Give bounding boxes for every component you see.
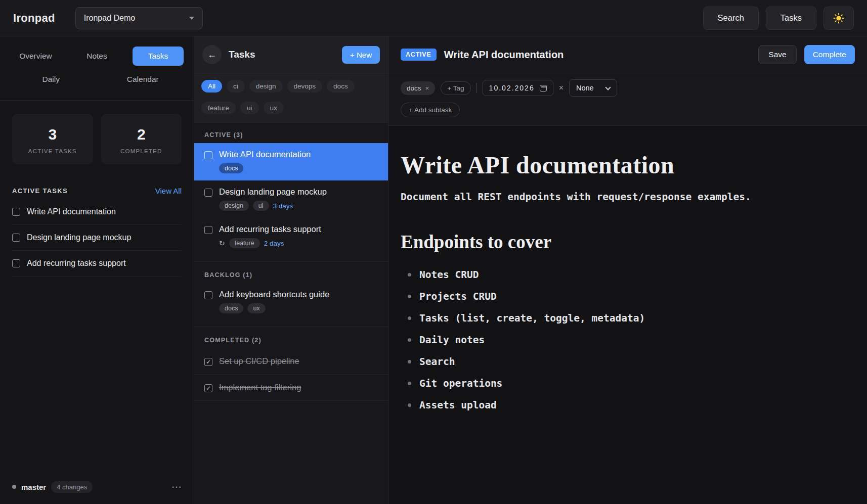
sidebar-tab-notes[interactable]: Notes (71, 47, 123, 66)
sidebar-tab-overview[interactable]: Overview (10, 47, 62, 66)
caret-down-icon (189, 17, 194, 20)
search-button[interactable]: Search (703, 7, 759, 30)
bullet-icon (408, 295, 411, 298)
list-item: Projects CRUD (401, 286, 855, 307)
sidebar-task-item[interactable]: Write API documentation (12, 199, 182, 225)
list-item-text: Search (419, 356, 455, 368)
tag-chip-docs[interactable]: docs × (401, 81, 435, 95)
list-item-text: Projects CRUD (419, 291, 497, 302)
filter-ui[interactable]: ui (240, 102, 259, 114)
more-options-icon[interactable]: ⋯ (171, 481, 182, 493)
task-checkbox-checked[interactable]: ✓ (204, 384, 212, 392)
back-button[interactable]: ← (202, 45, 222, 64)
filter-design[interactable]: design (249, 80, 283, 93)
priority-select[interactable]: None (569, 79, 617, 97)
doc-heading: Write API documentation (401, 151, 855, 179)
task-row-design-landing-page-mockup[interactable]: Design landing page mockup design ui 3 d… (194, 180, 388, 218)
tasks-panel: ← Tasks + New All ci design devops docs … (194, 36, 388, 504)
due-date-input[interactable]: 10.02.2026 (483, 80, 553, 96)
section-label-completed: COMPLETED (2) (194, 327, 388, 348)
filter-all[interactable]: All (201, 80, 222, 93)
task-checkbox[interactable] (204, 291, 212, 299)
filter-ux[interactable]: ux (264, 102, 284, 114)
filter-feature[interactable]: feature (201, 102, 236, 114)
task-checkbox[interactable] (12, 234, 20, 242)
tag-feature: feature (229, 238, 260, 248)
task-main: Add keyboard shortcuts guide docs ux (219, 290, 378, 313)
sidebar-tab-daily[interactable]: Daily (25, 70, 77, 89)
clear-date-button[interactable]: × (559, 83, 563, 93)
tasks-button[interactable]: Tasks (766, 7, 816, 30)
tag-ux: ux (247, 303, 265, 313)
task-title: Set up CI/CD pipeline (219, 356, 378, 366)
detail-title: Write API documentation (444, 49, 751, 61)
app-window: Ironpad Ironpad Demo Search Tasks (0, 0, 867, 504)
task-title: Design landing page mockup (219, 187, 378, 197)
separator (476, 83, 477, 93)
list-item-text: Tasks (list, create, toggle, metadata) (419, 312, 645, 324)
filter-devops[interactable]: devops (287, 80, 323, 93)
task-row-implement-tag-filtering[interactable]: ✓ Implement tag filtering (194, 375, 388, 401)
sidebar-tab-calendar[interactable]: Calendar (117, 70, 168, 89)
tag-design: design (219, 201, 249, 211)
list-item: Assets upload (401, 394, 855, 416)
project-selector[interactable]: Ironpad Demo (75, 7, 203, 29)
bullet-icon (408, 316, 411, 320)
active-tasks-header: ACTIVE TASKS View All (12, 187, 182, 195)
filter-ci[interactable]: ci (227, 80, 245, 93)
stat-label: COMPLETED (105, 148, 178, 154)
sidebar-footer: master 4 changes ⋯ (0, 472, 194, 504)
filter-docs[interactable]: docs (327, 80, 355, 93)
subtask-row: + Add subtask (388, 101, 867, 126)
due-label: 2 days (264, 240, 284, 247)
topbar: Ironpad Ironpad Demo Search Tasks (0, 0, 867, 36)
panel-title: Tasks (229, 49, 335, 60)
task-checkbox[interactable] (12, 208, 20, 216)
new-task-button[interactable]: + New (342, 46, 380, 64)
calendar-icon (540, 85, 547, 91)
stat-label: ACTIVE TASKS (16, 148, 89, 154)
sun-icon (833, 13, 844, 24)
task-row-write-api-documentation[interactable]: Write API documentation docs (194, 143, 388, 180)
task-checkbox-checked[interactable]: ✓ (204, 358, 212, 366)
task-checkbox[interactable] (204, 151, 212, 159)
remove-tag-icon[interactable]: × (425, 84, 429, 92)
task-main: Write API documentation docs (219, 150, 378, 173)
branch-name: master (21, 483, 46, 491)
sidebar-task-item[interactable]: Add recurring tasks support (12, 251, 182, 277)
active-tasks-section: ACTIVE TASKS View All Write API document… (0, 169, 194, 277)
task-list: ACTIVE (3) Write API documentation docs … (194, 123, 388, 504)
task-row-set-up-ci-cd-pipeline[interactable]: ✓ Set up CI/CD pipeline (194, 348, 388, 375)
add-subtask-button[interactable]: + Add subtask (401, 103, 460, 117)
sidebar-task-item[interactable]: Design landing page mockup (12, 225, 182, 251)
task-meta: design ui 3 days (219, 201, 378, 211)
task-checkbox[interactable] (12, 259, 20, 267)
stat-card-completed: 2 COMPLETED (101, 114, 182, 164)
tag-docs: docs (219, 163, 243, 173)
add-tag-button[interactable]: + Tag (441, 81, 470, 95)
doc-subheading: Endpoints to cover (401, 231, 855, 253)
complete-button[interactable]: Complete (804, 45, 855, 64)
view-all-link[interactable]: View All (155, 187, 182, 195)
task-row-add-keyboard-shortcuts-guide[interactable]: Add keyboard shortcuts guide docs ux (194, 283, 388, 320)
save-button[interactable]: Save (758, 45, 796, 64)
changes-badge[interactable]: 4 changes (51, 481, 93, 493)
task-checkbox[interactable] (204, 189, 212, 197)
list-item-text: Assets upload (419, 399, 497, 411)
list-item: Git operations (401, 373, 855, 394)
bullet-icon (408, 273, 411, 277)
sidebar-tab-tasks[interactable]: Tasks (133, 47, 184, 66)
back-arrow-icon: ← (207, 50, 216, 60)
task-label: Add recurring tasks support (27, 259, 126, 268)
task-row-add-recurring-tasks-support[interactable]: Add recurring tasks support ↻ feature 2 … (194, 218, 388, 255)
theme-toggle-button[interactable] (823, 7, 854, 30)
main-layout: Overview Notes Tasks Daily Calendar 3 AC… (0, 36, 867, 504)
stat-value: 2 (105, 126, 178, 143)
task-title: Add recurring tasks support (219, 224, 378, 234)
sidebar: Overview Notes Tasks Daily Calendar 3 AC… (0, 36, 194, 504)
task-main: Set up CI/CD pipeline (219, 356, 378, 366)
task-checkbox[interactable] (204, 226, 212, 234)
bullet-icon (408, 338, 411, 342)
markdown-preview: Write API documentation Document all RES… (388, 126, 867, 504)
tag-docs: docs (219, 303, 243, 313)
